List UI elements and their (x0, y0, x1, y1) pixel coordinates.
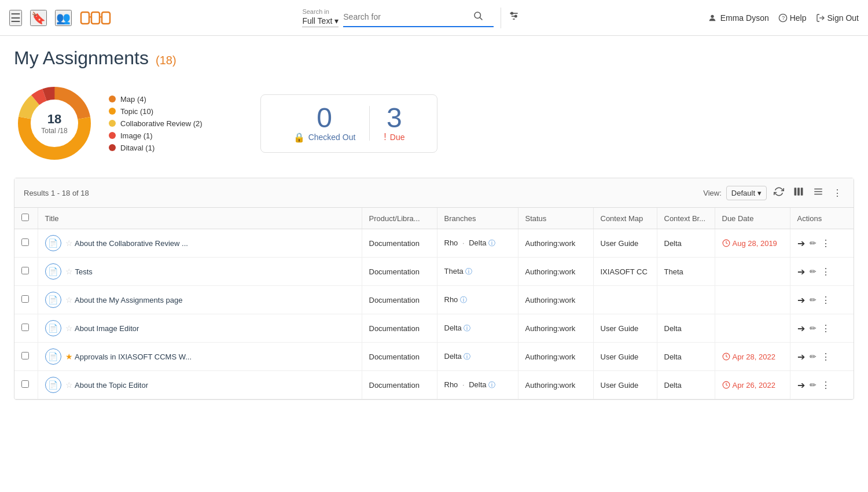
navigate-button[interactable]: ➔ (797, 266, 805, 277)
title-text[interactable]: About the Topic Editor (75, 381, 148, 390)
branch-info-icon[interactable]: ⓘ (488, 239, 495, 247)
branch-info-icon[interactable]: ⓘ (460, 296, 467, 304)
select-all-header[interactable] (14, 208, 38, 229)
more-button[interactable]: ⋮ (821, 266, 830, 277)
star-icon[interactable]: ★ (65, 352, 73, 361)
context-br-cell: Theta (657, 258, 715, 286)
title-text[interactable]: Tests (75, 267, 93, 276)
title-text[interactable]: Approvals in IXIASOFT CCMS W... (75, 353, 192, 361)
branch-info-icon[interactable]: ⓘ (465, 267, 472, 276)
row-checkbox-cell[interactable] (14, 343, 38, 371)
product-cell: Documentation (362, 229, 437, 258)
status-cell: Authoring:work (518, 371, 593, 399)
table-row: 📄 ☆ About the Collaborative Review ... D… (14, 229, 854, 258)
action-icons: ➔ ✏ ⋮ (797, 380, 847, 391)
help-label: Help (790, 13, 807, 23)
branch-info-icon[interactable]: ⓘ (488, 381, 495, 389)
legend-label: Collaborative Review (2) (120, 119, 203, 128)
legend: Map (4) Topic (10) Collaborative Review … (109, 95, 203, 152)
row-checkbox[interactable] (21, 267, 29, 274)
edit-button[interactable]: ✏ (810, 380, 816, 390)
due-date-header: Due Date (715, 208, 790, 229)
select-all-checkbox[interactable] (21, 214, 29, 221)
star-icon[interactable]: ☆ (65, 324, 73, 333)
context-br-cell: Delta (657, 229, 715, 258)
row-checkbox-cell[interactable] (14, 314, 38, 343)
menu-button[interactable]: ☰ (9, 10, 22, 26)
more-button[interactable]: ⋮ (821, 380, 830, 391)
star-icon[interactable]: ☆ (65, 380, 73, 390)
legend-item: Collaborative Review (2) (109, 119, 203, 128)
row-checkbox[interactable] (21, 380, 29, 388)
navigate-button[interactable]: ➔ (797, 323, 805, 334)
edit-button[interactable]: ✏ (810, 238, 816, 248)
users-button[interactable]: 👥 (55, 10, 72, 26)
star-icon[interactable]: ☆ (65, 238, 73, 248)
due-date-cell (715, 314, 790, 343)
row-checkbox[interactable] (21, 238, 29, 246)
context-br-cell: Delta (657, 343, 715, 371)
branches-header: Branches (437, 208, 518, 229)
search-button[interactable] (470, 8, 486, 25)
stats-row: 18 Total /18 Map (4) Topic (10) Collabor… (14, 83, 854, 164)
row-checkbox-cell[interactable] (14, 258, 38, 286)
svg-rect-21 (801, 188, 803, 196)
more-button[interactable]: ⋮ (821, 238, 830, 249)
more-button[interactable]: ⋮ (821, 351, 830, 362)
view-select[interactable]: Default ▾ (726, 186, 767, 200)
edit-button[interactable]: ✏ (810, 324, 816, 333)
row-checkbox[interactable] (21, 324, 29, 331)
branch-info-icon[interactable]: ⓘ (464, 324, 470, 332)
navigate-button[interactable]: ➔ (797, 295, 805, 306)
title-text[interactable]: About the My Assignments page (75, 296, 182, 304)
navigate-button[interactable]: ➔ (797, 380, 805, 391)
doc-icon: 📄 (45, 348, 61, 365)
search-in-select[interactable]: Full Text ▾ (302, 16, 339, 27)
filter-button[interactable] (508, 10, 520, 25)
edit-button[interactable]: ✏ (810, 267, 816, 276)
star-icon[interactable]: ☆ (65, 267, 73, 276)
svg-rect-0 (81, 12, 89, 24)
context-map-header: Context Map (593, 208, 657, 229)
user-button[interactable]: Emma Dyson (708, 13, 769, 23)
row-checkbox[interactable] (21, 352, 29, 359)
title-text[interactable]: About the Collaborative Review ... (75, 239, 188, 248)
more-button[interactable]: ⋮ (821, 295, 830, 306)
svg-rect-1 (91, 12, 100, 24)
search-in-label: Search in (302, 8, 329, 15)
row-checkbox-cell[interactable] (14, 286, 38, 314)
actions-header: Actions (790, 208, 854, 229)
branch-info-icon[interactable]: ⓘ (464, 353, 470, 361)
search-divider (501, 8, 501, 28)
columns-button[interactable] (791, 184, 806, 201)
search-area: Search in Full Text ▾ (122, 8, 701, 28)
star-icon[interactable]: ☆ (65, 295, 73, 304)
search-input[interactable] (343, 12, 470, 21)
product-cell: Documentation (362, 343, 437, 371)
results-count: Results 1 - 18 of 18 (24, 189, 89, 197)
title-text[interactable]: About Image Editor (75, 324, 139, 333)
legend-label: Image (1) (120, 131, 153, 140)
doc-icon: 📄 (45, 320, 61, 336)
bookmark-button[interactable]: 🔖 (30, 10, 47, 26)
actions-cell: ➔ ✏ ⋮ (790, 314, 854, 343)
row-checkbox-cell[interactable] (14, 371, 38, 399)
row-checkbox-cell[interactable] (14, 229, 38, 258)
more-button[interactable]: ⋮ (821, 323, 830, 334)
navigate-button[interactable]: ➔ (797, 238, 805, 249)
svg-point-8 (511, 12, 513, 14)
navigate-button[interactable]: ➔ (797, 351, 805, 362)
edit-button[interactable]: ✏ (810, 295, 816, 304)
refresh-button[interactable] (771, 184, 786, 201)
row-checkbox[interactable] (21, 295, 29, 303)
signout-button[interactable]: Sign Out (816, 13, 859, 23)
legend-item: Topic (10) (109, 107, 203, 116)
due-date-cell (715, 286, 790, 314)
branch-cell: Delta ⓘ (437, 343, 518, 371)
results-header: Results 1 - 18 of 18 View: Default ▾ (14, 178, 854, 208)
filter-rows-button[interactable] (811, 184, 826, 201)
context-br-cell (657, 286, 715, 314)
edit-button[interactable]: ✏ (810, 352, 816, 361)
help-button[interactable]: ? Help (778, 13, 807, 23)
more-options-button[interactable]: ⋮ (830, 185, 844, 201)
